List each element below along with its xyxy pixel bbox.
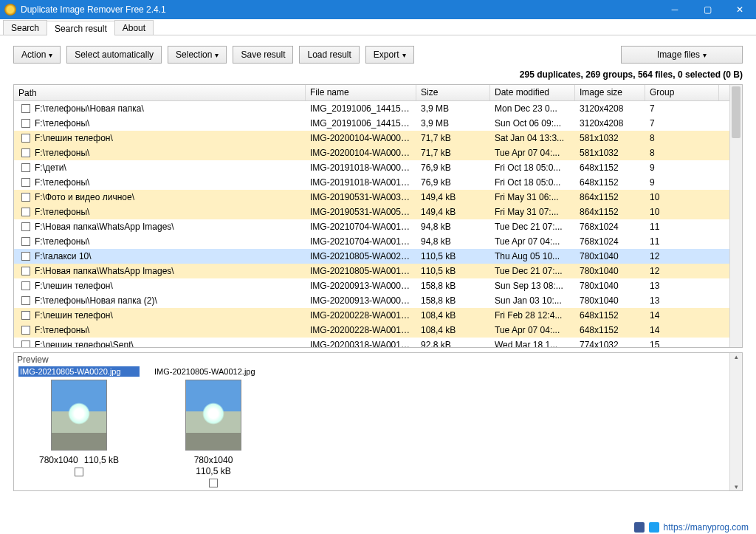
table-row[interactable]: F:\телефоны\IMG-20210704-WA0018....94,8 … — [14, 234, 729, 249]
save-result-button[interactable]: Save result — [233, 46, 293, 64]
cell-size: 149,4 kB — [416, 191, 490, 203]
cell-date: Tue Apr 07 04:... — [490, 236, 575, 247]
row-checkbox[interactable] — [21, 222, 30, 231]
cell-size: 3,9 MB — [416, 103, 490, 114]
row-checkbox[interactable] — [21, 326, 30, 335]
table-row[interactable]: F:\галакси 10\IMG-20210805-WA0020....110… — [14, 249, 729, 264]
table-row[interactable]: F:\телефоны\IMG-20200228-WA0015....108,4… — [14, 323, 729, 338]
cell-size: 108,4 kB — [416, 324, 490, 336]
col-size[interactable]: Size — [416, 85, 490, 100]
selection-button[interactable]: Selection — [168, 46, 227, 64]
thumbnail-checkbox[interactable] — [209, 479, 218, 487]
app-icon — [4, 4, 16, 16]
row-checkbox[interactable] — [21, 296, 30, 305]
row-checkbox[interactable] — [21, 178, 30, 187]
footer: https://manyprog.com — [634, 522, 749, 533]
row-checkbox[interactable] — [21, 208, 30, 216]
col-date[interactable]: Date modified — [490, 85, 575, 100]
table-row[interactable]: F:\лешин телефон\IMG-20200228-WA0015....… — [14, 308, 729, 323]
cell-group: 8 — [645, 147, 719, 159]
tab-about[interactable]: About — [114, 20, 154, 35]
tab-search[interactable]: Search — [3, 20, 47, 35]
cell-path: F:\телефоны\ — [35, 177, 89, 188]
preview-thumbnail[interactable]: IMG-20210805-WA0020.jpg780x1040110,5 kB — [18, 366, 140, 487]
cell-path: F:\телефоны\ — [35, 118, 89, 129]
cell-imagesize: 774x1032 — [575, 339, 645, 347]
cell-file: IMG-20210805-WA0020.... — [306, 250, 416, 262]
thumbnail-name: IMG-20210805-WA0012.jpg — [153, 366, 274, 377]
table-row[interactable]: F:\лешин телефон\IMG-20200104-WA0002....… — [14, 131, 729, 146]
status-summary: 295 duplicates, 269 groups, 564 files, 0… — [0, 69, 756, 84]
cell-date: Sat Jan 04 13:3... — [490, 132, 575, 144]
cell-group: 13 — [645, 295, 719, 307]
table-row[interactable]: F:\Новая папка\WhatsApp Images\IMG-20210… — [14, 264, 729, 278]
thumbnail-meta: 780x1040110,5 kB — [153, 455, 274, 477]
load-result-button[interactable]: Load result — [299, 46, 359, 64]
row-checkbox[interactable] — [21, 119, 30, 128]
cell-group: 14 — [645, 309, 719, 321]
thumbnail-image — [51, 380, 107, 451]
table-row[interactable]: F:\телефоны\IMG-20191018-WA0011....76,9 … — [14, 175, 729, 190]
thumbnail-checkbox[interactable] — [75, 468, 83, 476]
website-link[interactable]: https://manyprog.com — [664, 522, 749, 533]
table-row[interactable]: F:\телефоны\IMG-20200104-WA0001....71,7 … — [14, 146, 729, 160]
close-button[interactable]: ✕ — [724, 0, 756, 19]
cell-size: 71,7 kB — [416, 132, 490, 144]
cell-size: 76,9 kB — [416, 177, 490, 188]
select-automatically-button[interactable]: Select automatically — [66, 46, 162, 64]
row-checkbox[interactable] — [21, 311, 30, 320]
cell-imagesize: 768x1024 — [575, 236, 645, 247]
cell-date: Fri Oct 18 05:0... — [490, 177, 575, 188]
cell-date: Fri Feb 28 12:4... — [490, 309, 575, 321]
table-row[interactable]: F:\телефоны\IMG-20190531-WA0055....149,4… — [14, 205, 729, 219]
action-button[interactable]: Action — [13, 46, 61, 64]
table-row[interactable]: F:\лешин телефон\IMG-20200913-WA0000....… — [14, 278, 729, 293]
table-row[interactable]: F:\Фото и видео личное\IMG-20190531-WA00… — [14, 190, 729, 205]
table-scrollbar[interactable] — [729, 85, 742, 347]
cell-path: F:\телефоны\ — [35, 207, 89, 217]
table-row[interactable]: F:\дети\IMG-20191018-WA0006....76,9 kBFr… — [14, 160, 729, 175]
row-checkbox[interactable] — [21, 340, 30, 347]
row-checkbox[interactable] — [21, 237, 30, 246]
cell-path: F:\лешин телефон\ — [35, 310, 113, 321]
minimize-button[interactable]: ─ — [659, 0, 691, 19]
cell-file: IMG-20200913-WA0000.... — [306, 295, 416, 307]
table-row[interactable]: F:\Новая папка\WhatsApp Images\IMG-20210… — [14, 219, 729, 234]
preview-scrollbar[interactable] — [729, 353, 742, 490]
export-button[interactable]: Export — [365, 46, 414, 64]
tab-search-result[interactable]: Search result — [47, 21, 115, 35]
chevron-down-icon — [402, 49, 406, 60]
col-imagesize[interactable]: Image size — [575, 85, 645, 100]
table-row[interactable]: F:\телефоны\Новая папка\IMG_20191006_144… — [14, 101, 729, 116]
col-file[interactable]: File name — [306, 85, 416, 100]
cell-date: Thu Aug 05 10... — [490, 250, 575, 262]
cell-file: IMG-20210704-WA0018.... — [306, 236, 416, 247]
preview-thumbnail[interactable]: IMG-20210805-WA0012.jpg780x1040110,5 kB — [153, 366, 274, 487]
cell-path: F:\телефоны\Новая папка\ — [35, 103, 144, 114]
cell-size: 71,7 kB — [416, 147, 490, 159]
maximize-button[interactable]: ▢ — [691, 0, 724, 19]
cell-group: 9 — [645, 162, 719, 174]
table-row[interactable]: F:\телефоны\Новая папка (2)\IMG-20200913… — [14, 293, 729, 308]
row-checkbox[interactable] — [21, 148, 30, 157]
row-checkbox[interactable] — [21, 163, 30, 172]
cell-group: 11 — [645, 236, 719, 247]
image-filter-button[interactable]: Image files — [621, 46, 743, 64]
twitter-icon[interactable] — [649, 522, 659, 533]
table-row[interactable]: F:\лешин телефон\Sent\IMG-20200318-WA001… — [14, 338, 729, 347]
chevron-down-icon — [703, 49, 707, 60]
row-checkbox[interactable] — [21, 104, 30, 113]
row-checkbox[interactable] — [21, 281, 30, 290]
preview-panel: Preview IMG-20210805-WA0020.jpg780x10401… — [13, 352, 743, 491]
row-checkbox[interactable] — [21, 193, 30, 202]
col-group[interactable]: Group — [645, 85, 719, 100]
thumbnail-name: IMG-20210805-WA0020.jpg — [18, 366, 140, 377]
row-checkbox[interactable] — [21, 267, 30, 275]
cell-file: IMG_20191006_144154.jpg — [306, 103, 416, 114]
cell-date: Fri May 31 06:... — [490, 191, 575, 203]
table-row[interactable]: F:\телефоны\IMG_20191006_144154.jpg3,9 M… — [14, 116, 729, 131]
col-path[interactable]: Path — [14, 85, 306, 100]
facebook-icon[interactable] — [634, 522, 645, 533]
row-checkbox[interactable] — [21, 252, 30, 261]
row-checkbox[interactable] — [21, 134, 30, 143]
